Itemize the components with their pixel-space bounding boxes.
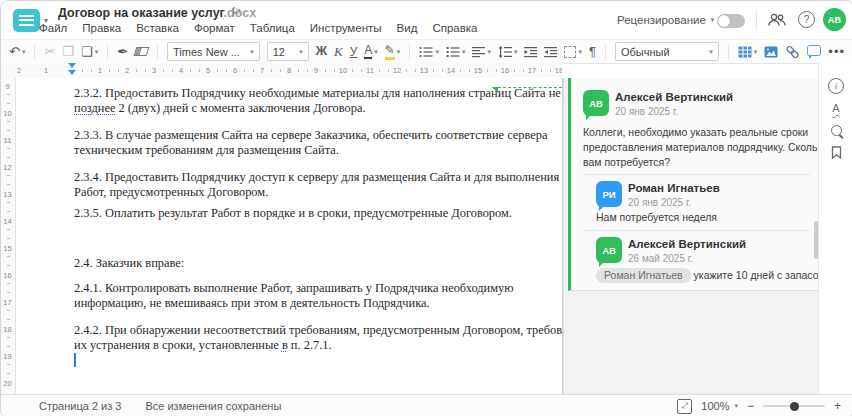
menu-item[interactable]: Вставка (136, 22, 179, 34)
page-indicator[interactable]: Страница 2 из 3 (39, 400, 121, 412)
fit-width-icon[interactable]: ⤢ (677, 399, 692, 414)
bookmark-icon[interactable] (831, 145, 842, 163)
font-color-button[interactable]: А▾ (364, 44, 378, 59)
paragraph-shading-button[interactable]: ▾ (564, 46, 582, 58)
flag-icon[interactable]: ⚐ (231, 5, 242, 19)
ruler-number: 17 (1, 298, 14, 307)
toolbar-divider (605, 44, 606, 60)
bold-button[interactable]: Ж (316, 45, 327, 58)
horizontal-ruler[interactable]: 21123456789101112131415161718 (15, 63, 562, 79)
chevron-down-icon: ▾ (374, 48, 378, 55)
chevron-down-icon: ▾ (754, 48, 758, 55)
chevron-down-icon: ▾ (734, 402, 738, 410)
zoom-slider-thumb[interactable] (790, 402, 799, 411)
zoom-slider[interactable] (763, 405, 825, 407)
zoom-in-button[interactable]: + (834, 399, 841, 413)
ruler-number: 10 (1, 109, 14, 118)
ruler-number: 5 (204, 66, 212, 75)
eraser-icon (134, 47, 150, 56)
doc-line: 2.4. Заказчик вправе: (74, 256, 184, 271)
doc-line: информацию, не вмешиваясь при этом в дея… (74, 296, 430, 311)
underline-button[interactable]: У (350, 46, 358, 58)
ruler-corner (1, 63, 15, 78)
menu-item[interactable]: Таблица (250, 22, 295, 34)
align-button[interactable]: ▾ (472, 46, 491, 58)
undo-button[interactable]: ↶▾ (9, 45, 25, 58)
clear-style-button[interactable] (135, 47, 148, 56)
ruler-number: 8 (285, 66, 293, 75)
paragraph-style-select[interactable]: Обычный▾ (615, 42, 719, 61)
bullet-list-button[interactable]: ▾ (419, 46, 439, 58)
ruler-number: 16 (1, 271, 14, 280)
decrease-indent-button[interactable] (524, 46, 537, 58)
menu-item[interactable]: Вид (397, 22, 418, 34)
spellcheck-icon[interactable]: А (832, 103, 839, 114)
comment-text: вам потребуется? (583, 155, 670, 170)
help-icon[interactable]: ? (798, 11, 815, 28)
cut-button[interactable]: ✂ (44, 45, 55, 58)
ruler-number: 1 (42, 66, 50, 75)
font-name-select[interactable]: Times New ...▾ (167, 42, 260, 61)
format-painter-button[interactable]: ✒ (117, 45, 128, 58)
insert-link-button[interactable] (785, 45, 800, 59)
ruler-number: 13 (418, 66, 430, 75)
zoom-out-button[interactable]: − (747, 399, 754, 413)
toolbar-more-button[interactable]: ••• (828, 44, 845, 59)
nonprinting-characters-button[interactable]: ¶ (589, 45, 596, 58)
user-avatar[interactable]: АВ (823, 8, 846, 31)
mention-chip[interactable]: Роман Игнатьев (596, 268, 691, 283)
chevron-down-icon: ▾ (95, 48, 99, 55)
toolbar-divider (409, 44, 410, 60)
doc-line: 2.3.5. Оплатить результат Работ в порядк… (74, 206, 512, 221)
comment-thread[interactable]: АВ Алексей Вертинский 20 янв 2025 г. Кол… (568, 78, 818, 291)
ruler-number: 6 (231, 66, 239, 75)
ruler-number: 17 (526, 66, 538, 75)
comment-date: 20 янв 2025 г. (615, 106, 678, 117)
vertical-ruler[interactable]: 91011121314151617181920 (1, 78, 16, 394)
text-cursor (74, 353, 76, 367)
menu-item[interactable]: Файл (39, 22, 67, 34)
comment-avatar: АВ (583, 90, 609, 116)
app-logo-icon[interactable] (13, 9, 40, 32)
undo-icon: ↶ (9, 45, 20, 58)
chevron-down-icon: ▾ (711, 16, 715, 24)
comment-text: Нам потребуется неделя (596, 210, 717, 225)
insert-comment-button[interactable] (807, 47, 821, 56)
insert-table-button[interactable]: ▾ (738, 46, 758, 58)
menu-item[interactable]: Правка (82, 22, 121, 34)
numbered-list-button[interactable]: ▾ (446, 46, 466, 58)
line-spacing-button[interactable]: ▾ (498, 46, 518, 58)
doc-line: 2.3.3. В случае размещения Сайта на серв… (74, 128, 547, 143)
increase-indent-button[interactable] (544, 46, 557, 58)
review-mode-button[interactable]: Рецензирование▾ (617, 14, 714, 26)
comment-text: Роман Игнатьев укажите 10 дней с запасом (596, 268, 826, 283)
menu-item[interactable]: Формат (194, 22, 235, 34)
ruler-number: 15 (1, 244, 14, 253)
search-icon[interactable] (831, 125, 842, 136)
info-icon[interactable]: i (828, 78, 844, 94)
italic-button[interactable]: К (334, 45, 343, 58)
comment-author: Роман Игнатьев (628, 182, 720, 194)
cut-icon: ✂ (44, 45, 55, 58)
chevron-down-icon: ▾ (22, 48, 26, 55)
menu-item[interactable]: Инструменты (310, 22, 382, 34)
review-toggle[interactable] (717, 14, 745, 28)
chevron-down-icon: ▾ (462, 48, 466, 55)
zoom-select[interactable]: 100%▾ (701, 400, 738, 412)
collaborators-icon[interactable] (767, 13, 787, 31)
dashed-square-icon (564, 46, 576, 58)
paste-button[interactable]: ❑▾ (81, 45, 98, 58)
comment-divider (583, 174, 810, 175)
ruler-number: 3 (150, 66, 158, 75)
menu-item[interactable]: Справка (432, 22, 477, 34)
logo-lines-icon (19, 15, 34, 26)
ruler-number: 11 (1, 136, 14, 145)
toolbar: ↶▾ ✂ ❐ ❑▾ ✒ Times New ...▾ 12▾ Ж К У А▾ … (1, 39, 852, 64)
document-page[interactable]: 2.3.2. Предоставить Подрядчику необходим… (16, 78, 563, 394)
highlight-color-button[interactable]: ✎▾ (385, 44, 401, 60)
ruler-number: 11 (364, 66, 376, 75)
font-size-select[interactable]: 12▾ (267, 42, 309, 61)
copy-button[interactable]: ❐ (62, 45, 74, 58)
insert-image-button[interactable] (764, 46, 778, 58)
header: ▾ Договор на оказание услуг.docx ⚐ ФайлП… (1, 1, 852, 39)
